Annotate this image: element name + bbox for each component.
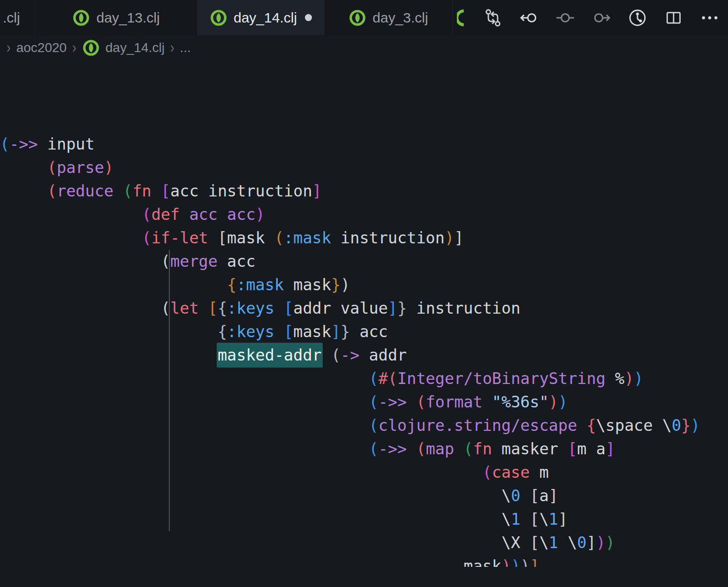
code-token: ) <box>549 393 558 411</box>
code-line-1[interactable]: (->> input <box>0 133 728 156</box>
clojure-file-icon <box>349 9 366 27</box>
code-indent <box>0 182 47 200</box>
code-token: ( <box>369 369 379 388</box>
code-token: ( <box>483 463 492 482</box>
code-line-14[interactable]: (->> (map (fn masker [m a] <box>0 437 728 461</box>
code-line-10[interactable]: masked-addr (-> addr <box>0 344 728 367</box>
code-token: ->> <box>379 440 417 458</box>
breadcrumb-chevron-icon: › <box>72 38 76 57</box>
code-token: :keys <box>227 299 284 317</box>
git-compare-icon[interactable] <box>482 7 504 29</box>
code-token: [ <box>161 182 170 200</box>
code-indent <box>0 510 501 528</box>
code-token: fn <box>473 440 501 458</box>
breadcrumb-chevron-icon: › <box>170 38 174 57</box>
code-line-7[interactable]: {:mask mask}) <box>0 273 728 297</box>
code-token: mask <box>284 276 331 294</box>
code-indent <box>0 323 218 341</box>
code-token: if-let <box>152 229 218 247</box>
code-indent <box>0 229 142 247</box>
code-token: ( <box>0 135 9 153</box>
code-line-12[interactable]: (->> (format "%36s")) <box>0 391 728 414</box>
nav-forward-icon[interactable] <box>591 7 612 29</box>
code-token: acc acc <box>189 205 255 224</box>
code-line-6[interactable]: (merge acc <box>0 250 728 273</box>
clojure-file-icon <box>210 9 228 27</box>
code-indent <box>0 158 47 177</box>
code-token: [ <box>530 510 539 528</box>
code-line-17[interactable]: \1 [\1] <box>0 508 728 531</box>
code-line-3[interactable]: (reduce (fn [acc instruction] <box>0 180 728 203</box>
breadcrumb-item-aoc2020[interactable]: aoc2020 <box>16 40 67 55</box>
code-token: ( <box>369 440 379 458</box>
code-token: ( <box>369 416 379 435</box>
code-token: 0 <box>511 487 520 505</box>
code-token: let <box>170 299 208 317</box>
code-token: "%36s" <box>492 393 549 411</box>
code-indent <box>0 346 218 364</box>
code-token: ( <box>142 229 152 247</box>
code-indent <box>0 276 227 294</box>
code-token: m a <box>577 440 606 458</box>
code-token: ) <box>256 205 265 224</box>
tab-day_3.clj[interactable]: day_3.clj <box>325 0 453 35</box>
code-token: ( <box>416 393 425 411</box>
code-token: merge <box>170 252 227 271</box>
code-line-4[interactable]: (def acc acc) <box>0 203 728 226</box>
code-token: 1 <box>549 510 558 528</box>
tab-label: day_3.clj <box>372 10 428 26</box>
code-token: instruction <box>331 229 445 247</box>
code-token: -> <box>341 346 369 364</box>
nav-back-icon[interactable] <box>518 7 540 29</box>
code-line-11[interactable]: (#(Integer/toBinaryString %)) <box>0 367 728 391</box>
breadcrumb: ›aoc2020›day_14.clj›... <box>0 35 728 60</box>
code-line-18[interactable]: \X [\1 \0])) <box>0 531 728 555</box>
code-line-15[interactable]: (case m <box>0 461 728 484</box>
run-graph-icon[interactable] <box>627 7 648 29</box>
highlighted-symbol: masked-addr <box>217 343 323 368</box>
clojure-file-icon <box>82 39 100 57</box>
code-token: ( <box>123 182 132 200</box>
code-token: instruction <box>407 299 520 317</box>
code-line-9[interactable]: {:keys [mask]} acc <box>0 320 728 344</box>
code-token: # <box>379 369 388 388</box>
code-line-5[interactable]: (if-let [mask (:mask instruction)] <box>0 226 728 250</box>
code-token: ( <box>274 229 284 247</box>
code-line-19[interactable]: mask)))] <box>0 555 728 567</box>
split-editor-icon[interactable] <box>663 7 684 29</box>
code-token: ( <box>388 369 397 388</box>
code-line-13[interactable]: (clojure.string/escape {\space \0}) <box>0 414 728 437</box>
code-token <box>520 510 530 528</box>
code-token: ] <box>331 323 341 341</box>
code-editor[interactable]: (->> input (parse) (reduce (fn [acc inst… <box>0 60 728 567</box>
code-token: \ <box>539 534 549 552</box>
code-lines: (->> input (parse) (reduce (fn [acc inst… <box>0 133 728 567</box>
tab-day_13.clj[interactable]: day_13.clj <box>35 0 197 35</box>
code-indent <box>0 487 501 505</box>
code-token: mask <box>463 557 501 567</box>
code-token: [ <box>284 299 293 317</box>
tab-label: day_13.clj <box>96 10 159 26</box>
code-token: \ <box>539 510 549 528</box>
code-token: ] <box>606 440 615 458</box>
tab-day_14.clj[interactable]: day_14.clj <box>197 0 325 35</box>
code-token: fn <box>132 182 161 200</box>
tab-partial-clj[interactable]: .clj <box>0 0 35 35</box>
code-token: } <box>331 276 341 294</box>
calva-icon[interactable] <box>456 7 468 29</box>
code-token: :mask <box>284 229 331 247</box>
code-line-16[interactable]: \0 [a] <box>0 484 728 508</box>
nav-dot-icon[interactable] <box>554 7 576 29</box>
code-token: % <box>615 369 624 388</box>
more-actions-icon[interactable] <box>699 7 720 29</box>
code-indent <box>0 393 369 411</box>
code-token: 1 <box>511 510 520 528</box>
tab-label: day_14.clj <box>234 10 297 26</box>
breadcrumb-item-day_14.clj[interactable]: day_14.clj <box>106 40 165 55</box>
code-indent <box>0 252 161 271</box>
code-token: \X <box>501 534 530 552</box>
breadcrumb-item-...[interactable]: ... <box>180 40 191 55</box>
code-token: \ <box>501 510 511 528</box>
code-line-2[interactable]: (parse) <box>0 156 728 180</box>
code-line-8[interactable]: (let [{:keys [addr value]} instruction <box>0 297 728 320</box>
